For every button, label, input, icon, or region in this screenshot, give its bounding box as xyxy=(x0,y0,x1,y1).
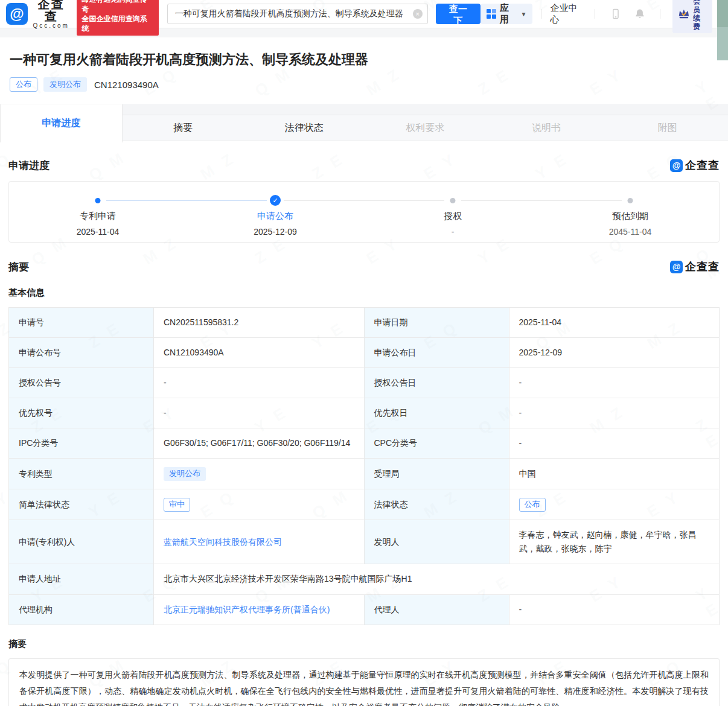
tab-legal-status[interactable]: 法律状态 xyxy=(243,115,365,141)
timeline-step-filing: 专利申请 2025-11-04 xyxy=(9,196,187,242)
table-row: IPC分类号 G06F30/15; G06F17/11; G06F30/20; … xyxy=(9,428,720,459)
table-row: 代理机构 北京正元瑞驰知识产权代理事务所(普通合伙) 代理人 - xyxy=(9,594,720,625)
table-row: 优先权号 - 优先权日 - xyxy=(9,398,720,428)
status-badge: 公布 xyxy=(10,77,37,92)
table-row: 申请公布号 CN121093490A 申请公布日 2025-12-09 xyxy=(9,338,720,368)
side-floating-widget[interactable] xyxy=(717,0,728,60)
abstract-title: 摘要 xyxy=(8,638,720,650)
patent-title: 一种可复用火箭着陆段开机高度预测方法、制导系统及处理器 xyxy=(10,51,718,69)
mobile-app-icon[interactable] xyxy=(610,8,622,20)
application-progress-timeline: 专利申请 2025-11-04 ✓ 申请公布 2025-12-09 授权 - 预… xyxy=(8,181,720,243)
summary-section-title: 摘要 xyxy=(8,260,29,274)
apps-grid-icon xyxy=(487,9,496,19)
qcc-brand-mark: @ 企查查 xyxy=(670,158,720,173)
applicant-address: 北京市大兴区北京经济技术开发区荣华南路13号院中航国际广场H1 xyxy=(154,564,720,594)
qcc-logo[interactable]: @ 企查查 Qcc.com xyxy=(6,0,71,30)
ipc-classification: G06F30/15; G06F17/11; G06F30/20; G06F119… xyxy=(154,428,365,459)
timeline-step-expiry: 预估到期 2045-11-04 xyxy=(541,196,719,242)
tab-bar: 申请进度 摘要 法律状态 权利要求 说明书 附图 xyxy=(0,115,728,141)
agent: - xyxy=(509,594,720,625)
qcc-logo-icon: @ xyxy=(6,3,28,25)
timeline-dot-pending xyxy=(450,198,456,203)
vip-renew-button[interactable]: 会员 续费 xyxy=(672,0,712,33)
main-content: 申请进度 @ 企查查 专利申请 2025-11-04 ✓ 申请公布 2025-1… xyxy=(0,158,728,706)
brand-slogan: 缔造有远见的商业传奇 全国企业信用查询系统 xyxy=(77,0,158,36)
table-row: 简单法律状态 审中 法律状态 公布 xyxy=(9,489,720,520)
logo-name: 企查查 xyxy=(31,0,71,22)
table-row: 授权公告号 - 授权公告日 - xyxy=(9,368,720,398)
timeline-step-grant: 授权 - xyxy=(364,196,541,242)
apps-menu-button[interactable]: 应用 ▼ xyxy=(481,4,532,24)
table-row: 专利类型 发明公布 受理局 中国 xyxy=(9,459,720,489)
top-header: @ 企查查 Qcc.com 缔造有远见的商业传奇 全国企业信用查询系统 × 查一… xyxy=(0,0,728,28)
chevron-down-icon: ▼ xyxy=(520,11,526,17)
receiving-office: 中国 xyxy=(509,459,720,489)
check-icon: ✓ xyxy=(270,195,281,206)
patent-basic-info-table: 申请号 CN202511595831.2 申请日期 2025-11-04 申请公… xyxy=(8,307,720,625)
timeline-dot-pending xyxy=(628,198,633,203)
abstract-text: 本发明提供了一种可复用火箭着陆段开机高度预测方法、制导系统及处理器，通过构建基于… xyxy=(8,658,720,706)
table-row: 申请(专利权)人 蓝箭航天空间科技股份有限公司 发明人 李春志，钟友武，赵向楠，… xyxy=(9,520,720,564)
tab-abstract[interactable]: 摘要 xyxy=(123,115,244,141)
legal-status-tag: 公布 xyxy=(519,498,546,512)
applicant-company-link[interactable]: 蓝箭航天空间科技股份有限公司 xyxy=(164,537,282,547)
qcc-brand-mark: @ 企查查 xyxy=(670,259,720,274)
publication-number: CN121093490A xyxy=(94,80,159,90)
tab-description[interactable]: 说明书 xyxy=(486,115,607,141)
qcc-brand-icon: @ xyxy=(670,261,683,273)
publication-date: 2025-12-09 xyxy=(509,338,720,368)
agency-link[interactable]: 北京正元瑞驰知识产权代理事务所(普通合伙) xyxy=(164,605,330,614)
table-row: 申请人地址 北京市大兴区北京经济技术开发区荣华南路13号院中航国际广场H1 xyxy=(9,564,720,594)
timeline-dot-done xyxy=(95,198,101,203)
timeline-step-publication: ✓ 申请公布 2025-12-09 xyxy=(187,196,364,242)
search-button[interactable]: 查一下 xyxy=(436,4,481,24)
crown-icon xyxy=(677,7,691,21)
application-date: 2025-11-04 xyxy=(509,308,720,338)
publication-number-cell: CN121093490A xyxy=(154,338,365,368)
tab-claims[interactable]: 权利要求 xyxy=(365,115,486,141)
tab-figures[interactable]: 附图 xyxy=(607,115,728,141)
patent-header-section: 一种可复用火箭着陆段开机高度预测方法、制导系统及处理器 公布 发明公布 CN12… xyxy=(0,37,728,104)
progress-section-title: 申请进度 xyxy=(8,159,49,173)
tab-application-progress[interactable]: 申请进度 xyxy=(0,104,123,142)
table-row: 申请号 CN202511595831.2 申请日期 2025-11-04 xyxy=(9,308,720,338)
notification-bell-icon[interactable] xyxy=(634,8,646,20)
clear-search-icon[interactable]: × xyxy=(413,9,423,19)
logo-domain: Qcc.com xyxy=(31,22,71,30)
application-number: CN202511595831.2 xyxy=(154,308,365,338)
qcc-brand-icon: @ xyxy=(670,159,683,172)
search-input[interactable] xyxy=(167,4,428,24)
inventors-list: 李春志，钟友武，赵向楠，康健，牟宇晗，张昌武，戴政，张晓东，陈宇 xyxy=(509,520,720,564)
basic-info-title: 基本信息 xyxy=(8,287,720,299)
simple-legal-status-tag: 审中 xyxy=(164,498,190,512)
patent-type-tag: 发明公布 xyxy=(164,467,206,481)
enterprise-center-link[interactable]: 企业中心 xyxy=(550,2,586,25)
patent-type-badge: 发明公布 xyxy=(43,77,87,92)
